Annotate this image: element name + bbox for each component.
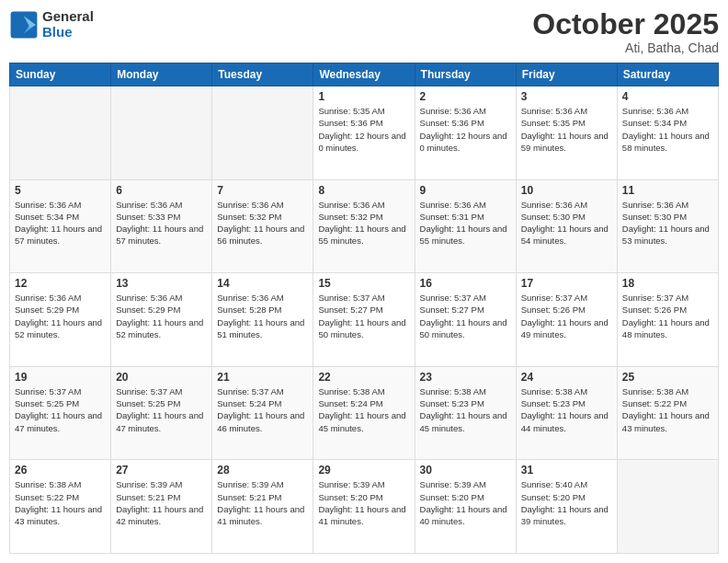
day-info: Sunrise: 5:38 AMSunset: 5:22 PMDaylight:… <box>622 385 713 434</box>
daylight-text: Daylight: 11 hours and 45 minutes. <box>318 409 409 434</box>
calendar-header-row: Sunday Monday Tuesday Wednesday Thursday… <box>10 63 719 86</box>
sunset-text: Sunset: 5:22 PM <box>15 491 106 503</box>
day-number: 30 <box>420 464 511 477</box>
col-sunday: Sunday <box>10 63 111 86</box>
day-number: 26 <box>15 464 106 477</box>
day-info: Sunrise: 5:36 AMSunset: 5:32 PMDaylight:… <box>318 199 409 247</box>
calendar-page: General Blue October 2025 Ati, Batha, Ch… <box>0 0 728 563</box>
sunrise-text: Sunrise: 5:39 AM <box>116 478 207 490</box>
daylight-text: Daylight: 11 hours and 51 minutes. <box>217 316 308 341</box>
sunset-text: Sunset: 5:26 PM <box>521 304 612 316</box>
day-info: Sunrise: 5:36 AMSunset: 5:30 PMDaylight:… <box>622 199 713 247</box>
calendar-day-cell: 1Sunrise: 5:35 AMSunset: 5:36 PMDaylight… <box>313 86 415 180</box>
day-number: 23 <box>420 371 511 384</box>
day-number: 15 <box>318 277 409 290</box>
daylight-text: Daylight: 12 hours and 0 minutes. <box>318 130 409 155</box>
logo-icon <box>9 10 39 40</box>
day-info: Sunrise: 5:38 AMSunset: 5:23 PMDaylight:… <box>420 385 511 434</box>
day-number: 21 <box>217 371 308 384</box>
col-saturday: Saturday <box>617 63 718 86</box>
col-wednesday: Wednesday <box>313 63 415 86</box>
month-title: October 2025 <box>532 9 719 39</box>
sunset-text: Sunset: 5:31 PM <box>420 211 511 223</box>
sunrise-text: Sunrise: 5:38 AM <box>15 478 106 490</box>
calendar-day-cell: 6Sunrise: 5:36 AMSunset: 5:33 PMDaylight… <box>111 179 212 273</box>
day-info: Sunrise: 5:38 AMSunset: 5:22 PMDaylight:… <box>15 478 106 527</box>
page-header: General Blue October 2025 Ati, Batha, Ch… <box>9 9 719 55</box>
daylight-text: Daylight: 11 hours and 56 minutes. <box>217 223 308 247</box>
day-number: 8 <box>318 184 409 197</box>
daylight-text: Daylight: 11 hours and 52 minutes. <box>116 316 207 341</box>
calendar-day-cell: 4Sunrise: 5:36 AMSunset: 5:34 PMDaylight… <box>617 86 718 180</box>
sunrise-text: Sunrise: 5:36 AM <box>217 199 308 211</box>
calendar-day-cell: 28Sunrise: 5:39 AMSunset: 5:21 PMDayligh… <box>212 460 313 554</box>
calendar-day-cell: 31Sunrise: 5:40 AMSunset: 5:20 PMDayligh… <box>516 460 617 554</box>
calendar-day-cell: 24Sunrise: 5:38 AMSunset: 5:23 PMDayligh… <box>516 366 617 460</box>
day-number: 11 <box>622 184 713 197</box>
day-info: Sunrise: 5:37 AMSunset: 5:25 PMDaylight:… <box>15 385 106 434</box>
day-info: Sunrise: 5:36 AMSunset: 5:29 PMDaylight:… <box>15 292 106 340</box>
day-info: Sunrise: 5:39 AMSunset: 5:21 PMDaylight:… <box>217 478 308 527</box>
daylight-text: Daylight: 12 hours and 0 minutes. <box>420 130 511 155</box>
sunrise-text: Sunrise: 5:36 AM <box>15 292 106 304</box>
day-info: Sunrise: 5:36 AMSunset: 5:35 PMDaylight:… <box>521 105 612 154</box>
day-info: Sunrise: 5:40 AMSunset: 5:20 PMDaylight:… <box>521 478 612 527</box>
daylight-text: Daylight: 11 hours and 53 minutes. <box>622 223 713 247</box>
sunrise-text: Sunrise: 5:36 AM <box>116 292 207 304</box>
day-number: 17 <box>521 277 612 290</box>
sunrise-text: Sunrise: 5:39 AM <box>420 478 511 490</box>
calendar-day-cell: 5Sunrise: 5:36 AMSunset: 5:34 PMDaylight… <box>10 179 111 273</box>
sunset-text: Sunset: 5:25 PM <box>15 397 106 409</box>
day-info: Sunrise: 5:37 AMSunset: 5:26 PMDaylight:… <box>521 292 612 340</box>
day-number: 12 <box>15 277 106 290</box>
sunset-text: Sunset: 5:35 PM <box>521 117 612 129</box>
calendar-day-cell: 16Sunrise: 5:37 AMSunset: 5:27 PMDayligh… <box>415 273 516 367</box>
calendar-day-cell: 22Sunrise: 5:38 AMSunset: 5:24 PMDayligh… <box>313 366 415 460</box>
daylight-text: Daylight: 11 hours and 50 minutes. <box>420 316 511 341</box>
day-info: Sunrise: 5:38 AMSunset: 5:24 PMDaylight:… <box>318 385 409 434</box>
sunrise-text: Sunrise: 5:37 AM <box>420 292 511 304</box>
calendar-day-cell: 20Sunrise: 5:37 AMSunset: 5:25 PMDayligh… <box>111 366 212 460</box>
calendar-day-cell: 27Sunrise: 5:39 AMSunset: 5:21 PMDayligh… <box>111 460 212 554</box>
calendar-day-cell <box>617 460 718 554</box>
col-monday: Monday <box>111 63 212 86</box>
sunset-text: Sunset: 5:24 PM <box>217 397 308 409</box>
col-friday: Friday <box>516 63 617 86</box>
day-number: 10 <box>521 184 612 197</box>
day-number: 28 <box>217 464 308 477</box>
daylight-text: Daylight: 11 hours and 40 minutes. <box>420 503 511 528</box>
logo-general: General <box>42 8 94 24</box>
sunset-text: Sunset: 5:28 PM <box>217 304 308 316</box>
col-thursday: Thursday <box>415 63 516 86</box>
calendar-week-row: 12Sunrise: 5:36 AMSunset: 5:29 PMDayligh… <box>10 273 719 367</box>
day-info: Sunrise: 5:35 AMSunset: 5:36 PMDaylight:… <box>318 105 409 154</box>
calendar-day-cell: 29Sunrise: 5:39 AMSunset: 5:20 PMDayligh… <box>313 460 415 554</box>
sunrise-text: Sunrise: 5:38 AM <box>622 385 713 397</box>
daylight-text: Daylight: 11 hours and 42 minutes. <box>116 503 207 528</box>
sunset-text: Sunset: 5:30 PM <box>521 211 612 223</box>
logo-text: General Blue <box>42 9 94 40</box>
sunset-text: Sunset: 5:33 PM <box>116 211 207 223</box>
daylight-text: Daylight: 11 hours and 43 minutes. <box>15 503 106 528</box>
sunset-text: Sunset: 5:20 PM <box>318 491 409 503</box>
daylight-text: Daylight: 11 hours and 47 minutes. <box>15 409 106 434</box>
sunrise-text: Sunrise: 5:38 AM <box>420 385 511 397</box>
sunset-text: Sunset: 5:30 PM <box>622 211 713 223</box>
sunrise-text: Sunrise: 5:40 AM <box>521 478 612 490</box>
sunrise-text: Sunrise: 5:36 AM <box>116 199 207 211</box>
calendar-day-cell: 26Sunrise: 5:38 AMSunset: 5:22 PMDayligh… <box>10 460 111 554</box>
calendar-day-cell: 13Sunrise: 5:36 AMSunset: 5:29 PMDayligh… <box>111 273 212 367</box>
sunrise-text: Sunrise: 5:38 AM <box>521 385 612 397</box>
calendar-day-cell: 14Sunrise: 5:36 AMSunset: 5:28 PMDayligh… <box>212 273 313 367</box>
calendar-week-row: 1Sunrise: 5:35 AMSunset: 5:36 PMDaylight… <box>10 86 719 180</box>
calendar-day-cell: 11Sunrise: 5:36 AMSunset: 5:30 PMDayligh… <box>617 179 718 273</box>
sunrise-text: Sunrise: 5:36 AM <box>217 292 308 304</box>
sunrise-text: Sunrise: 5:37 AM <box>521 292 612 304</box>
day-number: 29 <box>318 464 409 477</box>
sunset-text: Sunset: 5:29 PM <box>15 304 106 316</box>
calendar-day-cell: 30Sunrise: 5:39 AMSunset: 5:20 PMDayligh… <box>415 460 516 554</box>
day-number: 19 <box>15 371 106 384</box>
daylight-text: Daylight: 11 hours and 39 minutes. <box>521 503 612 528</box>
sunrise-text: Sunrise: 5:37 AM <box>15 385 106 397</box>
sunrise-text: Sunrise: 5:36 AM <box>622 105 713 117</box>
